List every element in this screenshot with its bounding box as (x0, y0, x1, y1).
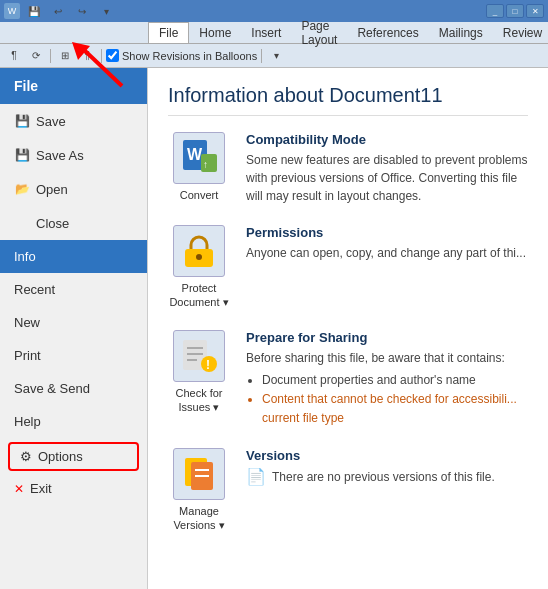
tab-insert[interactable]: Insert (241, 23, 291, 43)
close-icon (14, 215, 30, 231)
revisions-checkbox[interactable] (106, 49, 119, 62)
sharing-list-item-2: Content that cannot be checked for acces… (262, 390, 528, 428)
show-revisions-label: Show Revisions in Balloons (122, 50, 257, 62)
protect-svg (179, 231, 219, 271)
compatibility-text: Compatibility Mode Some new features are… (246, 132, 528, 205)
save-as-icon: 💾 (14, 147, 30, 163)
tab-references[interactable]: References (347, 23, 428, 43)
sharing-list-item-1: Document properties and author's name (262, 371, 528, 390)
customize-btn[interactable]: ▾ (96, 2, 116, 20)
toolbar-sep1 (50, 49, 51, 63)
sidebar-item-print[interactable]: Print (0, 339, 147, 372)
sidebar-item-save-as[interactable]: 💾 Save As (0, 138, 147, 172)
toolbar-btn3[interactable]: ⊞ (55, 47, 75, 65)
save-icon: 💾 (14, 113, 30, 129)
sharing-section: ! Check forIssues ▾ Prepare for Sharing … (168, 330, 528, 429)
sidebar-item-new[interactable]: New (0, 306, 147, 339)
permissions-section: ProtectDocument ▾ Permissions Anyone can… (168, 225, 528, 310)
versions-icon-small: 📄 (246, 467, 266, 486)
manage-versions-icon-box (173, 448, 225, 500)
protect-icon-box (173, 225, 225, 277)
sidebar-item-recent[interactable]: Recent (0, 273, 147, 306)
versions-section: ManageVersions ▾ Versions 📄 There are no… (168, 448, 528, 533)
check-issues-label[interactable]: Check forIssues ▾ (175, 386, 222, 415)
show-revisions-check[interactable]: Show Revisions in Balloons (106, 49, 257, 62)
versions-desc: There are no previous versions of this f… (272, 468, 495, 486)
protect-button-box[interactable]: ProtectDocument ▾ (168, 225, 230, 310)
toolbar-row: ¶ ⟳ ⊞ ¶ Show Revisions in Balloons ▾ (0, 44, 548, 68)
svg-text:W: W (187, 146, 203, 163)
tab-page-layout[interactable]: Page Layout (291, 23, 347, 43)
svg-point-7 (196, 254, 202, 260)
redo-btn[interactable]: ↪ (72, 2, 92, 20)
maximize-btn[interactable]: □ (506, 4, 524, 18)
versions-svg (179, 454, 219, 494)
window-controls: _ □ ✕ (486, 4, 544, 18)
sidebar-item-help[interactable]: Help (0, 405, 147, 438)
title-bar: W 💾 ↩ ↪ ▾ _ □ ✕ (0, 0, 548, 22)
sharing-text: Prepare for Sharing Before sharing this … (246, 330, 528, 429)
main-layout: File 💾 Save 💾 Save As 📂 Open Close Info (0, 68, 548, 589)
convert-label[interactable]: Convert (180, 188, 219, 202)
sidebar: File 💾 Save 💾 Save As 📂 Open Close Info (0, 68, 148, 589)
versions-desc-row: 📄 There are no previous versions of this… (246, 467, 528, 486)
sidebar-item-open[interactable]: 📂 Open (0, 172, 147, 206)
toolbar-btn1[interactable]: ¶ (4, 47, 24, 65)
content-area: Information about Document11 W ↑ Convert… (148, 68, 548, 589)
permissions-desc: Anyone can open, copy, and change any pa… (246, 244, 528, 262)
quick-access-toolbar: W 💾 ↩ ↪ ▾ (4, 2, 116, 20)
word-convert-svg: W ↑ (179, 138, 219, 178)
permissions-title: Permissions (246, 225, 528, 240)
permissions-text: Permissions Anyone can open, copy, and c… (246, 225, 528, 262)
options-icon: ⚙ (20, 449, 32, 464)
open-icon: 📂 (14, 181, 30, 197)
toolbar-sep2 (101, 49, 102, 63)
close-window-btn[interactable]: ✕ (526, 4, 544, 18)
exit-icon: ✕ (14, 482, 24, 496)
file-button[interactable]: File (0, 68, 147, 104)
toolbar-btn4[interactable]: ¶ (77, 47, 97, 65)
versions-title: Versions (246, 448, 528, 463)
compatibility-section: W ↑ Convert Compatibility Mode Some new … (168, 132, 528, 205)
sidebar-exit-button[interactable]: ✕ Exit (0, 475, 147, 502)
sharing-title: Prepare for Sharing (246, 330, 528, 345)
minimize-btn[interactable]: _ (486, 4, 504, 18)
svg-text:!: ! (206, 358, 210, 372)
save-quick-btn[interactable]: 💾 (24, 2, 44, 20)
sidebar-item-close[interactable]: Close (0, 206, 147, 240)
undo-btn[interactable]: ↩ (48, 2, 68, 20)
versions-text: Versions 📄 There are no previous version… (246, 448, 528, 486)
sidebar-item-save[interactable]: 💾 Save (0, 104, 147, 138)
sidebar-item-save-send[interactable]: Save & Send (0, 372, 147, 405)
check-issues-svg: ! (179, 336, 219, 376)
tab-home[interactable]: Home (189, 23, 241, 43)
page-title: Information about Document11 (168, 84, 528, 116)
toolbar-btn2[interactable]: ⟳ (26, 47, 46, 65)
tab-file[interactable]: File (148, 22, 189, 43)
manage-versions-button-box[interactable]: ManageVersions ▾ (168, 448, 230, 533)
tab-mailings[interactable]: Mailings (429, 23, 493, 43)
sidebar-file-actions: 💾 Save 💾 Save As 📂 Open Close (0, 104, 147, 240)
tab-review[interactable]: Review (493, 23, 548, 43)
convert-button-box[interactable]: W ↑ Convert (168, 132, 230, 202)
compatibility-desc: Some new features are disabled to preven… (246, 151, 528, 205)
toolbar-btn5[interactable]: ▾ (266, 47, 286, 65)
sharing-desc: Before sharing this file, be aware that … (246, 349, 528, 367)
ribbon-tabs: File Home Insert Page Layout References … (0, 22, 548, 44)
toolbar-sep3 (261, 49, 262, 63)
svg-text:↑: ↑ (203, 159, 208, 170)
sidebar-item-info[interactable]: Info (0, 240, 147, 273)
manage-versions-label[interactable]: ManageVersions ▾ (173, 504, 224, 533)
word-icon: W (4, 3, 20, 19)
convert-icon-box: W ↑ (173, 132, 225, 184)
check-issues-icon-box: ! (173, 330, 225, 382)
sharing-list: Document properties and author's name Co… (246, 371, 528, 429)
protect-label[interactable]: ProtectDocument ▾ (169, 281, 228, 310)
compatibility-title: Compatibility Mode (246, 132, 528, 147)
sidebar-options-button[interactable]: ⚙ Options (8, 442, 139, 471)
check-issues-button-box[interactable]: ! Check forIssues ▾ (168, 330, 230, 415)
